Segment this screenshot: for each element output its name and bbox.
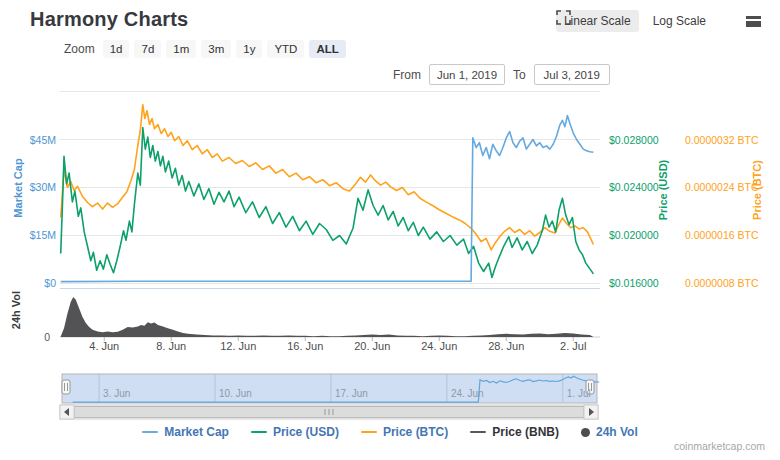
- page-title: Harmony Charts: [30, 8, 188, 31]
- menu-icon[interactable]: [744, 13, 762, 29]
- price-bnb-line-swatch: [470, 431, 486, 434]
- watermark: coinmarketcap.com: [674, 440, 765, 452]
- price-usd-line-swatch: [251, 431, 267, 434]
- usd-tick-0024: $0.024000: [609, 181, 685, 193]
- from-label: From: [393, 68, 421, 82]
- volume-zero-tick: 0: [20, 331, 50, 343]
- btc-tick-32: 0.0000032 BTC: [685, 134, 777, 146]
- range-button-1y[interactable]: 1y: [236, 40, 262, 58]
- navigator-left-handle[interactable]: [62, 380, 70, 394]
- usd-tick-0020: $0.020000: [609, 229, 685, 241]
- x-axis-label: 16. Jun: [287, 340, 323, 352]
- range-button-7d[interactable]: 7d: [134, 40, 161, 58]
- zoom-label: Zoom: [64, 42, 95, 56]
- x-axis-label: 28. Jun: [488, 340, 524, 352]
- usd-axis-title: Price (USD): [657, 160, 669, 221]
- range-button-1m[interactable]: 1m: [166, 40, 196, 58]
- marketcap-tick-45m: $45M: [6, 134, 56, 146]
- harmony-charts-page: Harmony Charts Linear Scale Log Scale Zo…: [0, 0, 780, 460]
- legend-label: Price (BNB): [492, 425, 559, 439]
- btc-tick-08: 0.0000008 BTC: [685, 277, 777, 289]
- navigator-date-label: 10. Jun: [219, 388, 252, 399]
- zoom-range-group: Zoom 1d 7d 1m 3m 1y YTD ALL: [64, 40, 346, 58]
- marketcap-tick-0: $0: [6, 277, 56, 289]
- legend-label: 24h Vol: [596, 425, 638, 439]
- volume-axis-title: 24h Vol: [10, 291, 22, 329]
- legend-item-price-bnb[interactable]: Price (BNB): [470, 425, 559, 439]
- marketcap-tick-15m: $15M: [6, 229, 56, 241]
- navigator-date-label: 3. Jun: [103, 388, 130, 399]
- legend-item-market-cap[interactable]: Market Cap: [142, 425, 229, 439]
- chart-legend: Market Cap Price (USD) Price (BTC) Price…: [0, 425, 780, 439]
- x-axis-label: 4. Jun: [89, 340, 119, 352]
- btc-axis-title: Price (BTC): [751, 160, 763, 220]
- scale-toggle-group: Linear Scale Log Scale: [556, 10, 762, 32]
- marketcap-axis-title: Market Cap: [12, 158, 24, 217]
- range-button-1d[interactable]: 1d: [103, 40, 130, 58]
- usd-tick-0016: $0.016000: [609, 277, 685, 289]
- range-button-all[interactable]: ALL: [309, 40, 345, 58]
- navigator-date-label: 24. Jun: [451, 388, 484, 399]
- legend-item-price-btc[interactable]: Price (BTC): [361, 425, 448, 439]
- market-cap-line-swatch: [142, 431, 158, 434]
- navigator-date-label: 1. Jul: [567, 388, 591, 399]
- volume-area-series: [61, 297, 594, 337]
- legend-item-price-usd[interactable]: Price (USD): [251, 425, 339, 439]
- to-label: To: [513, 68, 526, 82]
- x-axis-label: 8. Jun: [156, 340, 186, 352]
- date-range-controls: From To: [393, 64, 610, 85]
- to-date-input[interactable]: [534, 64, 610, 85]
- volume-dot-swatch: [581, 428, 590, 437]
- range-button-3m[interactable]: 3m: [201, 40, 231, 58]
- legend-label: Price (BTC): [383, 425, 448, 439]
- x-axis-label: 24. Jun: [421, 340, 457, 352]
- x-axis-label: 20. Jun: [354, 340, 390, 352]
- range-button-ytd[interactable]: YTD: [267, 40, 304, 58]
- from-date-input[interactable]: [429, 64, 505, 85]
- market-cap-series: [61, 116, 594, 282]
- x-axis-label: 2. Jul: [560, 340, 586, 352]
- log-scale-button[interactable]: Log Scale: [645, 10, 714, 32]
- price-usd-series: [61, 128, 594, 278]
- btc-tick-24: 0.0000024 BTC: [685, 181, 777, 193]
- legend-item-24h-vol[interactable]: 24h Vol: [581, 425, 638, 439]
- navigator-date-label: 17. Jun: [335, 388, 368, 399]
- legend-label: Price (USD): [273, 425, 339, 439]
- fullscreen-icon[interactable]: [720, 13, 738, 29]
- usd-tick-0028: $0.028000: [609, 134, 685, 146]
- x-axis-label: 12. Jun: [220, 340, 256, 352]
- btc-tick-16: 0.0000016 BTC: [685, 229, 777, 241]
- price-btc-line-swatch: [361, 431, 377, 434]
- legend-label: Market Cap: [164, 425, 229, 439]
